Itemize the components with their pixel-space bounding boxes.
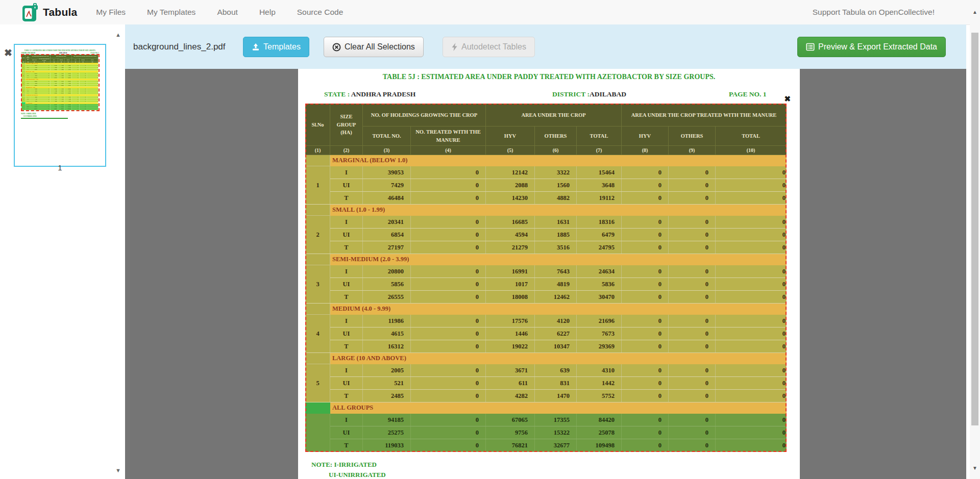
value-cell: 0 xyxy=(411,377,486,390)
group-header-row: SMALL (1.0 - 1.99) xyxy=(306,205,787,216)
list-icon xyxy=(806,43,815,51)
table-row: UI25275097561532225078000 xyxy=(306,426,787,439)
page-thumbnail[interactable]: TABLE 5J : ESTIMATED AREA UNDER PADDY TR… xyxy=(14,44,106,167)
value-cell: 0 xyxy=(622,439,669,452)
value-cell: 831 xyxy=(535,377,577,390)
scroll-down-icon[interactable]: ▼ xyxy=(972,465,977,471)
thumbnail-notes: NOTE: I-IRRIGATEDUI-UNIRRIGATED xyxy=(21,113,104,119)
table-row: T163120190221034729369000 xyxy=(306,340,787,353)
scrollbar-thumb[interactable] xyxy=(971,33,978,425)
nav-item-my-files[interactable]: My Files xyxy=(85,8,136,17)
support-link[interactable]: Support Tabula on OpenCollective! xyxy=(813,0,935,24)
table-row: 1I39053012142332215464000 xyxy=(306,166,787,179)
value-cell: 0 xyxy=(622,192,669,205)
value-cell: 0 xyxy=(716,426,787,439)
brand[interactable]: Tabula xyxy=(22,3,77,21)
row-label-cell: UI xyxy=(330,278,363,291)
value-cell: 21279 xyxy=(486,241,535,254)
value-cell: 1885 xyxy=(535,229,577,241)
nav-item-my-templates[interactable]: My Templates xyxy=(136,8,206,17)
value-cell: 76821 xyxy=(50,108,58,110)
column-number: (5) xyxy=(486,146,535,155)
value-cell: 24634 xyxy=(577,265,622,278)
value-cell: 0 xyxy=(669,278,716,291)
autodetect-tables-button[interactable]: Autodetect Tables xyxy=(443,37,535,57)
slno-cell xyxy=(21,104,26,110)
value-cell: 0 xyxy=(669,229,716,241)
value-cell: 10347 xyxy=(535,340,577,353)
column-number: (4) xyxy=(411,146,486,155)
nav-item-about[interactable]: About xyxy=(206,8,249,17)
value-cell: 0 xyxy=(622,278,669,291)
value-cell: 27197 xyxy=(363,241,411,254)
sidebar-scrollbar[interactable]: ▲ ▼ xyxy=(113,24,125,479)
sub-header: OTHERS xyxy=(535,127,577,146)
nav-item-source-code[interactable]: Source Code xyxy=(286,8,354,17)
value-cell: 3671 xyxy=(486,364,535,377)
value-cell: 15464 xyxy=(577,166,622,179)
value-cell: 0 xyxy=(716,278,787,291)
header-treated-group: AREA UNDER THE CROP TREATED WITH THE MAN… xyxy=(71,55,97,58)
value-cell: 0 xyxy=(716,390,787,402)
pdf-viewer-area: TABLE 5J : ESTIMATED AREA UNDER PADDY TR… xyxy=(125,69,966,479)
top-navbar: Tabula My FilesMy TemplatesAboutHelpSour… xyxy=(0,0,980,25)
remove-page-icon[interactable]: ✖ xyxy=(4,48,12,58)
value-cell: 0 xyxy=(622,377,669,390)
scroll-down-icon[interactable]: ▼ xyxy=(115,467,121,473)
row-label-cell: T xyxy=(330,340,363,353)
row-label-cell: T xyxy=(330,241,363,254)
row-label-cell: UI xyxy=(330,327,363,340)
value-cell: 0 xyxy=(669,390,716,402)
value-cell: 0 xyxy=(669,340,716,353)
scroll-up-icon[interactable]: ▲ xyxy=(115,32,121,38)
value-cell: 14230 xyxy=(486,192,535,205)
value-cell: 0 xyxy=(669,241,716,254)
value-cell: 32677 xyxy=(58,108,64,110)
window-scrollbar[interactable]: ▲ ▼ xyxy=(970,0,980,479)
value-cell: 0 xyxy=(669,192,716,205)
clear-selections-button[interactable]: Clear All Selections xyxy=(324,37,424,57)
row-label-cell: UI xyxy=(330,229,363,241)
value-cell: 12462 xyxy=(535,291,577,304)
value-cell: 611 xyxy=(486,377,535,390)
value-cell: 0 xyxy=(669,291,716,304)
value-cell: 0 xyxy=(411,192,486,205)
value-cell: 25275 xyxy=(363,426,411,439)
selection-close-icon[interactable]: ✖ xyxy=(784,94,791,104)
value-cell: 0 xyxy=(622,216,669,229)
column-number: (6) xyxy=(535,146,577,155)
value-cell: 0 xyxy=(716,166,787,179)
page-number: 1 xyxy=(14,163,106,172)
group-label: LARGE (10 AND ABOVE) xyxy=(330,353,787,364)
value-cell: 0 xyxy=(411,340,486,353)
document-filename: background_lines_2.pdf xyxy=(133,24,226,69)
value-cell: 0 xyxy=(669,377,716,390)
thumbnail-title: TABLE 5J : ESTIMATED AREA UNDER PADDY TR… xyxy=(20,49,100,52)
value-cell: 3322 xyxy=(535,166,577,179)
group-label: MARGINAL (BELOW 1.0) xyxy=(330,155,787,166)
export-button[interactable]: Preview & Export Extracted Data xyxy=(797,37,946,57)
table-row: T11903307682132677109498000 xyxy=(306,439,787,452)
templates-button[interactable]: Templates xyxy=(243,37,309,57)
autodetect-tables-label: Autodetect Tables xyxy=(461,42,526,52)
value-cell: 0 xyxy=(38,108,50,110)
value-cell: 0 xyxy=(716,327,787,340)
table-row: UI46150144662277673000 xyxy=(306,327,787,340)
value-cell: 4594 xyxy=(486,229,535,241)
value-cell: 0 xyxy=(411,426,486,439)
group-slno-cell xyxy=(306,254,330,265)
pdf-page[interactable]: TABLE 5J : ESTIMATED AREA UNDER PADDY TR… xyxy=(298,69,800,479)
value-cell: 0 xyxy=(622,390,669,402)
scroll-up-icon[interactable]: ▲ xyxy=(972,9,977,15)
value-cell: 30470 xyxy=(577,291,622,304)
table-row: 5I2005036716394310000 xyxy=(306,364,787,377)
value-cell: 16991 xyxy=(486,265,535,278)
slno-cell xyxy=(306,414,330,452)
note-line: NOTE: I-IRRIGATED xyxy=(311,460,386,470)
nav-item-help[interactable]: Help xyxy=(249,8,286,17)
value-cell: 4615 xyxy=(363,327,411,340)
value-cell: 24795 xyxy=(577,241,622,254)
group-header-row: ALL GROUPS xyxy=(306,402,787,414)
group-slno-cell xyxy=(306,402,330,414)
value-cell: 4310 xyxy=(577,364,622,377)
